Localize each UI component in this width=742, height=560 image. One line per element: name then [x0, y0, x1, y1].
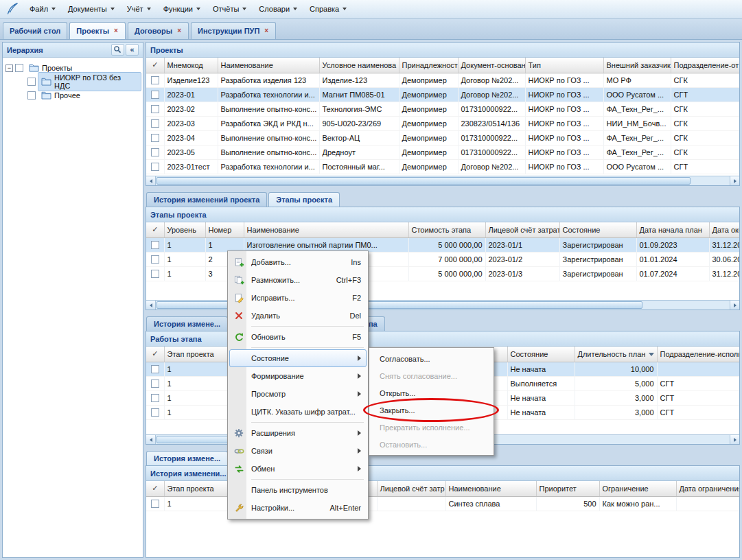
column-header[interactable]: Длительность план [575, 347, 657, 362]
menubar-item[interactable]: Документы [62, 2, 121, 16]
column-header[interactable]: Тип [525, 58, 603, 73]
scroll-right-button[interactable] [730, 435, 739, 444]
table-row[interactable]: 2023-01Разработка технологии и...Магнит … [146, 87, 739, 102]
menubar-item[interactable]: Учёт [121, 2, 157, 16]
column-header[interactable]: Уровень [164, 222, 205, 237]
submenu-item[interactable]: Прекратить исполнение... [371, 419, 492, 436]
column-header[interactable]: Этап проекта [164, 481, 233, 496]
select-all-header[interactable]: ✓ [146, 222, 164, 237]
column-header[interactable]: Состояние [559, 222, 636, 237]
menubar-item[interactable]: Справка [303, 2, 353, 16]
checkbox[interactable] [151, 163, 159, 171]
context-menu-item[interactable]: Размножить...Ctrl+F3 [229, 271, 367, 289]
menubar-item[interactable]: Отчёты [207, 2, 253, 16]
column-header[interactable]: Подразделение-от [671, 58, 739, 73]
context-menu-item[interactable]: Расширения [229, 424, 367, 442]
submenu-item[interactable]: Открыть... [371, 384, 492, 401]
checkbox[interactable] [151, 134, 159, 142]
column-header[interactable]: Дата ограничения [676, 481, 739, 496]
checkbox[interactable] [151, 241, 159, 249]
context-menu-item[interactable]: УдалитьDel [229, 307, 367, 325]
menubar-item[interactable]: Файл [23, 2, 62, 16]
column-header[interactable]: Внешний заказчик [603, 58, 671, 73]
context-menu-item[interactable]: Состояние [229, 349, 367, 367]
checkbox[interactable] [151, 394, 159, 402]
main-tab[interactable]: Рабочий стол [3, 22, 67, 39]
column-header[interactable]: Условное наименова [319, 58, 399, 73]
subtab[interactable]: История измене... [146, 451, 228, 465]
context-menu-item[interactable]: Исправить...F2 [229, 289, 367, 307]
tree-expander-icon[interactable]: − [5, 65, 13, 72]
main-tab[interactable]: Инструкции ПУП× [191, 22, 276, 39]
column-header[interactable]: Наименование [445, 481, 536, 496]
column-header[interactable]: Приоритет [536, 481, 599, 496]
column-header[interactable]: Дата окончания п [709, 222, 739, 237]
close-icon[interactable]: × [264, 27, 269, 34]
column-header[interactable]: Дата начала план [636, 222, 709, 237]
context-menu-item[interactable]: Просмотр [229, 385, 367, 403]
column-header[interactable]: Мнемокод [164, 58, 218, 73]
checkbox[interactable] [151, 408, 159, 417]
context-menu-item[interactable]: Настройки...Alt+Enter [229, 499, 367, 517]
checkbox[interactable] [151, 365, 159, 373]
checkbox[interactable] [27, 78, 36, 86]
table-row[interactable]: 2023-03Разработка ЭКД и РКД н...905-U020… [146, 116, 739, 130]
column-header[interactable]: Ограничение [599, 481, 676, 496]
menubar-item[interactable]: Функции [157, 2, 207, 16]
subtab[interactable]: История изменений проекта [146, 192, 267, 207]
menubar-item[interactable]: Словари [253, 2, 303, 16]
search-button[interactable] [111, 44, 124, 56]
select-all-header[interactable]: ✓ [146, 481, 164, 496]
subtab[interactable]: Этапы проекта [268, 192, 340, 207]
context-menu-item[interactable]: ЦИТК. Указать шифр затрат... [229, 403, 367, 421]
checkbox[interactable] [15, 64, 23, 72]
checkbox[interactable] [151, 148, 159, 156]
projects-hscrollbar[interactable] [146, 176, 739, 185]
scroll-left-button[interactable] [146, 435, 156, 444]
scroll-thumb[interactable] [156, 177, 691, 185]
checkbox[interactable] [151, 91, 159, 99]
subtab[interactable]: История измене... [146, 316, 228, 331]
table-row[interactable]: 2023-01тестРазработка технологии и...Пос… [146, 159, 739, 174]
column-header[interactable]: Лицевой счёт затр [377, 481, 445, 496]
close-icon[interactable]: × [113, 27, 119, 34]
scroll-right-button[interactable] [730, 176, 739, 185]
context-menu-item[interactable]: ОбновитьF5 [229, 328, 367, 346]
select-all-header[interactable]: ✓ [146, 58, 164, 73]
table-row[interactable]: Изделие123Разработка изделия 123Изделие-… [146, 73, 739, 87]
column-header[interactable]: Состояние [507, 347, 575, 362]
column-header[interactable]: Принадлежность [399, 58, 458, 73]
main-tab[interactable]: Договоры× [128, 22, 189, 39]
context-menu-item[interactable]: Формирование [229, 367, 367, 385]
submenu-item-close[interactable]: Закрыть... [371, 401, 492, 419]
context-menu-item[interactable]: Добавить...Ins [229, 253, 367, 271]
column-header[interactable]: Стоимость этапа [408, 222, 485, 237]
tree-item[interactable]: НИОКР по ГОЗ без НДС [4, 75, 141, 89]
checkbox[interactable] [151, 500, 159, 508]
table-row[interactable]: 2023-04Выполнение опытно-конс...Вектор-А… [146, 130, 739, 145]
checkbox[interactable] [27, 91, 36, 100]
submenu-item[interactable]: Снять согласование... [371, 367, 492, 384]
submenu-item[interactable]: Остановить... [371, 436, 492, 453]
column-header[interactable]: Документ-основан [458, 58, 525, 73]
collapse-panel-button[interactable]: « [126, 44, 139, 56]
context-menu-item[interactable]: Панель инструментов [229, 481, 367, 499]
column-header[interactable]: Номер [205, 222, 244, 237]
scroll-right-button[interactable] [730, 301, 739, 310]
main-tab[interactable]: Проекты× [69, 22, 126, 39]
column-header[interactable]: Подразделение-исполн [657, 347, 739, 362]
scroll-left-button[interactable] [146, 301, 156, 310]
column-header[interactable]: Этап проекта [164, 347, 233, 362]
checkbox[interactable] [151, 380, 159, 388]
select-all-header[interactable]: ✓ [146, 347, 164, 362]
submenu-item[interactable]: Согласовать... [371, 350, 492, 367]
checkbox[interactable] [151, 119, 159, 128]
checkbox[interactable] [151, 255, 159, 264]
table-row[interactable]: 11Изготовление опытной партии ПМ0...5 00… [146, 237, 739, 252]
column-header[interactable]: Наименование [218, 58, 319, 73]
column-header[interactable]: Наименование [244, 222, 408, 237]
table-row[interactable]: 2023-05Выполнение опытно-конс...Дредноут… [146, 145, 739, 159]
scroll-left-button[interactable] [146, 176, 156, 185]
table-row[interactable]: 2023-02Выполнение опытно-конс...Технолог… [146, 102, 739, 116]
context-menu-item[interactable]: Связи [229, 442, 367, 460]
